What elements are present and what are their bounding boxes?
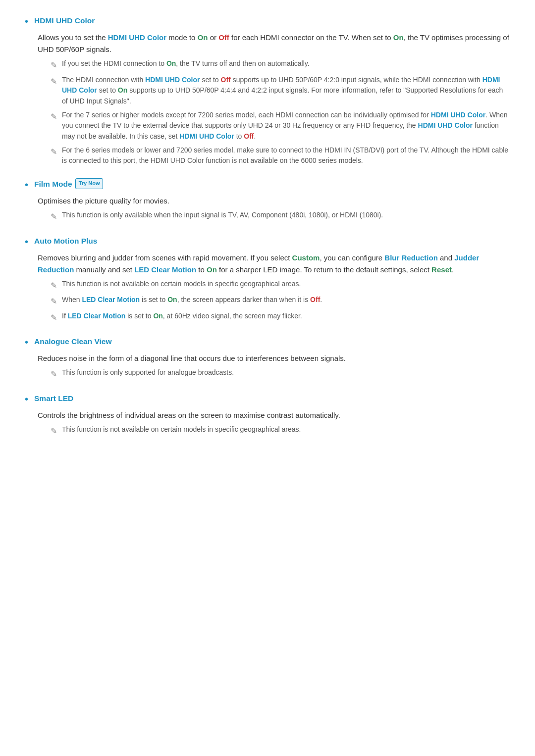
note-text: This function is only supported for anal… bbox=[62, 367, 234, 378]
pencil-icon: ✎ bbox=[51, 210, 57, 223]
pencil-icon: ✎ bbox=[51, 110, 57, 123]
body-text: Removes blurring and judder from scenes … bbox=[38, 252, 510, 276]
bullet-dot: • bbox=[25, 14, 28, 29]
note-text: This function is only available when the… bbox=[62, 210, 383, 221]
pencil-icon: ✎ bbox=[51, 75, 57, 88]
body-text: Controls the brightness of individual ar… bbox=[38, 409, 510, 421]
section-header-analogue-clean-view: •Analogue Clean View bbox=[25, 336, 510, 350]
bullet-dot: • bbox=[25, 234, 28, 249]
note-row-1: ✎When LED Clear Motion is set to On, the… bbox=[51, 295, 510, 308]
section-header-hdmi-uhd-color: •HDMI UHD Color bbox=[25, 15, 510, 29]
section-body-hdmi-uhd-color: Allows you to set the HDMI UHD Color mod… bbox=[38, 32, 510, 166]
main-content: •HDMI UHD ColorAllows you to set the HDM… bbox=[25, 15, 510, 438]
note-text: When LED Clear Motion is set to On, the … bbox=[62, 295, 322, 305]
bullet-dot: • bbox=[25, 335, 28, 350]
note-row-0: ✎If you set the HDMI connection to On, t… bbox=[51, 58, 510, 72]
section-analogue-clean-view: •Analogue Clean ViewReduces noise in the… bbox=[25, 336, 510, 381]
note-row-1: ✎The HDMI connection with HDMI UHD Color… bbox=[51, 75, 510, 107]
pencil-icon: ✎ bbox=[51, 311, 57, 324]
note-row-2: ✎For the 7 series or higher models excep… bbox=[51, 110, 510, 142]
note-row-0: ✎This function is only supported for ana… bbox=[51, 367, 510, 381]
try-now-badge[interactable]: Try Now bbox=[75, 178, 104, 189]
body-text: Reduces noise in the form of a diagonal … bbox=[38, 353, 510, 364]
section-title-smart-led: Smart LED bbox=[34, 393, 73, 405]
pencil-icon: ✎ bbox=[51, 368, 57, 381]
section-body-film-mode: Optimises the picture quality for movies… bbox=[38, 195, 510, 223]
note-row-0: ✎This function is not available on certa… bbox=[51, 424, 510, 438]
note-row-0: ✎This function is only available when th… bbox=[51, 210, 510, 223]
note-row-3: ✎For the 6 series models or lower and 72… bbox=[51, 145, 510, 166]
section-body-smart-led: Controls the brightness of individual ar… bbox=[38, 409, 510, 438]
pencil-icon: ✎ bbox=[51, 59, 57, 72]
section-header-smart-led: •Smart LED bbox=[25, 393, 510, 406]
section-header-film-mode: •Film ModeTry Now bbox=[25, 178, 510, 192]
section-hdmi-uhd-color: •HDMI UHD ColorAllows you to set the HDM… bbox=[25, 15, 510, 166]
note-row-0: ✎This function is not available on certa… bbox=[51, 279, 510, 292]
section-title-analogue-clean-view: Analogue Clean View bbox=[34, 336, 111, 348]
section-body-auto-motion-plus: Removes blurring and judder from scenes … bbox=[38, 252, 510, 324]
section-film-mode: •Film ModeTry NowOptimises the picture q… bbox=[25, 178, 510, 223]
note-text: For the 6 series models or lower and 720… bbox=[62, 145, 510, 166]
body-text: Allows you to set the HDMI UHD Color mod… bbox=[38, 32, 510, 55]
section-body-analogue-clean-view: Reduces noise in the form of a diagonal … bbox=[38, 353, 510, 381]
section-title-hdmi-uhd-color: HDMI UHD Color bbox=[34, 15, 95, 27]
bullet-dot: • bbox=[25, 392, 28, 406]
note-text: This function is not available on certai… bbox=[62, 424, 301, 435]
bullet-dot: • bbox=[25, 177, 28, 192]
pencil-icon: ✎ bbox=[51, 279, 57, 292]
section-smart-led: •Smart LEDControls the brightness of ind… bbox=[25, 393, 510, 438]
note-text: The HDMI connection with HDMI UHD Color … bbox=[62, 75, 510, 107]
note-text: This function is not available on certai… bbox=[62, 279, 301, 290]
note-text: If LED Clear Motion is set to On, at 60H… bbox=[62, 311, 302, 322]
pencil-icon: ✎ bbox=[51, 146, 57, 158]
section-header-auto-motion-plus: •Auto Motion Plus bbox=[25, 235, 510, 249]
note-text: If you set the HDMI connection to On, th… bbox=[62, 58, 310, 69]
pencil-icon: ✎ bbox=[51, 425, 57, 438]
note-text: For the 7 series or higher models except… bbox=[62, 110, 510, 142]
section-title-auto-motion-plus: Auto Motion Plus bbox=[34, 235, 97, 248]
pencil-icon: ✎ bbox=[51, 295, 57, 308]
note-row-2: ✎If LED Clear Motion is set to On, at 60… bbox=[51, 311, 510, 324]
section-auto-motion-plus: •Auto Motion PlusRemoves blurring and ju… bbox=[25, 235, 510, 324]
body-text: Optimises the picture quality for movies… bbox=[38, 195, 510, 207]
section-title-film-mode: Film Mode bbox=[34, 178, 72, 191]
